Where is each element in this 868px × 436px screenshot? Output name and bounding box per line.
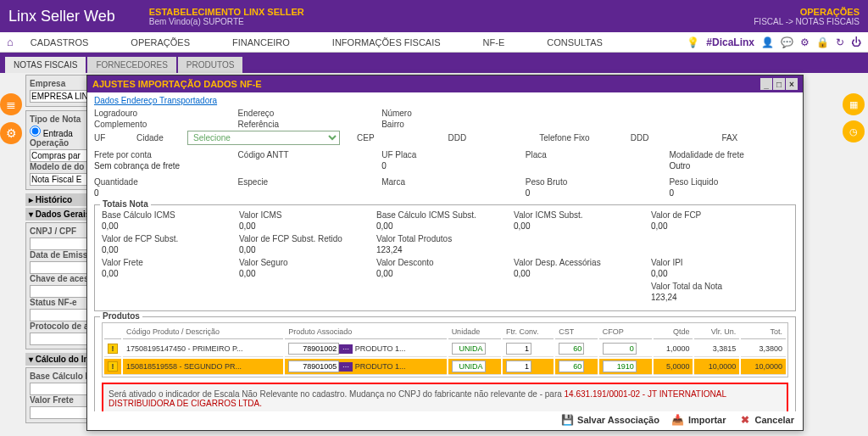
cst-input[interactable] (559, 361, 584, 372)
list-icon[interactable]: ≣ (0, 93, 22, 115)
gallery-icon[interactable]: ▦ (843, 93, 865, 115)
header-right: OPERAÇÕES FISCAL -> NOTAS FISCAIS (754, 7, 860, 26)
assoc-input[interactable] (288, 343, 339, 355)
valor-seguro-val: 0,00 (239, 269, 376, 278)
uf-label: UF (94, 133, 120, 143)
lookup-button[interactable]: ⋯ (339, 362, 353, 372)
power-icon[interactable]: ⏻ (851, 36, 861, 48)
tab-notas-fiscais[interactable]: NOTAS FISCAIS (5, 57, 86, 73)
ftr-input[interactable] (506, 361, 531, 372)
close-button[interactable]: × (786, 78, 798, 90)
cancelar-button[interactable]: ✖Cancelar (738, 413, 794, 427)
importar-button[interactable]: 📥Importar (671, 413, 726, 427)
entrada-radio[interactable]: Entrada (30, 129, 73, 138)
menu-financeiro[interactable]: FINANCEIRO (232, 37, 290, 48)
maximize-button[interactable]: □ (773, 78, 785, 90)
gear-icon[interactable]: ⚙ (0, 122, 22, 144)
right-toolbar: ▦ ◷ (843, 93, 865, 143)
qtd-hdr: Quantidade (94, 177, 221, 187)
menu-operacoes[interactable]: OPERAÇÕES (131, 37, 190, 48)
frete-val: Sem cobrança de frete (94, 161, 221, 170)
lock-icon[interactable]: 🔒 (816, 36, 829, 48)
qtd-val: 0 (94, 188, 221, 198)
placa-hdr: Placa (526, 150, 653, 159)
ddd-label: DDD (448, 133, 523, 143)
lightbulb-icon[interactable]: 💡 (687, 36, 699, 48)
valor-desconto-val: 0,00 (376, 269, 514, 278)
valor-frete-val: 0,00 (102, 269, 239, 278)
cell-desc: 150818519558 - SEGUNDO PR... (123, 359, 283, 375)
antt-hdr: Código ANTT (238, 150, 365, 159)
cep-label: CEP (357, 133, 431, 143)
cidade-label: Cidade (136, 133, 170, 143)
valor-seguro-lbl: Valor Seguro (239, 258, 376, 267)
menu-cadastros[interactable]: CADASTROS (31, 37, 88, 48)
clock-icon[interactable]: ◷ (843, 120, 865, 143)
un-input[interactable] (452, 361, 486, 372)
base-icms-subst-lbl: Base Cálculo ICMS Subst. (376, 210, 514, 220)
dialog-ajustes-importacao: AJUSTES IMPORTAÇÃO DADOS NF-E _ □ × Dado… (86, 75, 804, 431)
col-desc: Código Produto / Descrição (123, 325, 283, 339)
col-cfop: CFOP (599, 325, 652, 339)
total-nota-val: 123,24 (651, 293, 788, 302)
assoc-text: PRODUTO 1... (355, 362, 406, 371)
valor-fcp-lbl: Valor de FCP (651, 210, 788, 220)
pesobruto-hdr: Peso Bruto (526, 177, 653, 187)
valor-desp-lbl: Valor Desp. Acessórias (514, 258, 651, 267)
referencia-label: Referência (238, 120, 365, 129)
produtos-table: Código Produto / Descrição Produto Assoc… (102, 322, 788, 377)
fcp-subst-ret-lbl: Valor de FCP Subst. Retido (239, 234, 376, 243)
menu-info-fiscais[interactable]: INFORMAÇÕES FISCAIS (332, 37, 441, 48)
modalidade-hdr: Modalidade de frete (669, 150, 796, 159)
salvar-associacao-button[interactable]: 💾Salvar Associação (560, 413, 659, 427)
table-row[interactable]: !150818519558 - SEGUNDO PR...⋯ PRODUTO 1… (104, 359, 786, 375)
bairro-label: Bairro (381, 120, 509, 129)
un-input[interactable] (452, 343, 486, 355)
establishment: ESTABELECIMENTO LINX SELLER Bem Vindo(a)… (149, 7, 304, 26)
ftr-input[interactable] (506, 343, 531, 355)
tab-produtos[interactable]: PRODUTOS (178, 57, 243, 73)
menu-nfe[interactable]: NF-E (483, 37, 505, 48)
cfop-input[interactable] (603, 361, 637, 372)
cfop-input[interactable] (603, 343, 637, 355)
modalidade-val: Outro (669, 161, 796, 170)
base-icms-lbl: Base Cálculo ICMS (102, 210, 239, 220)
valor-fcp-val: 0,00 (651, 221, 788, 231)
minimize-button[interactable]: _ (760, 78, 772, 90)
cidade-select[interactable]: Selecione (187, 131, 340, 145)
cst-input[interactable] (559, 343, 584, 355)
telefone-label: Telefone Fixo (539, 133, 614, 143)
left-toolbar: ≣ ⚙ (0, 93, 22, 144)
col-qtde: Qtde (654, 325, 693, 339)
dialog-title-bar: AJUSTES IMPORTAÇÃO DADOS NF-E _ □ × (87, 75, 803, 92)
menu-consultas[interactable]: CONSULTAS (547, 37, 603, 48)
tab-fornecedores[interactable]: FORNECEDORES (87, 57, 175, 73)
dados-endereco-transportadora-link[interactable]: Dados Endereço Transportadora (94, 96, 796, 105)
marca-val (381, 188, 509, 198)
cell-vun: 10,0000 (694, 359, 739, 375)
gear-icon[interactable]: ⚙ (800, 36, 810, 48)
assoc-input[interactable] (288, 361, 339, 372)
total-prod-lbl: Valor Total Produtos (376, 234, 514, 243)
refresh-icon[interactable]: ↻ (836, 36, 844, 48)
base-icms-val: 0,00 (102, 221, 239, 231)
total-nota-lbl: Valor Total da Nota (651, 282, 788, 291)
marca-hdr: Marca (381, 177, 509, 187)
save-icon: 💾 (560, 413, 574, 427)
dicalinx[interactable]: #DicaLinx (706, 36, 754, 48)
user-icon[interactable]: 👤 (761, 36, 774, 48)
chat-icon[interactable]: 💬 (781, 36, 793, 48)
totais-nota-fieldset: Totais Nota Base Cálculo ICMS Valor ICMS… (94, 204, 796, 311)
pesobruto-val: 0 (526, 188, 653, 198)
table-row[interactable]: !17508195147450 - PRIMEIRO P...⋯ PRODUTO… (104, 341, 786, 357)
pesoliq-hdr: Peso Liquido (669, 177, 796, 187)
valor-icms-lbl: Valor ICMS (239, 210, 376, 220)
valor-frete-lbl: Valor Frete (102, 258, 239, 267)
ddd2-label: DDD (631, 133, 705, 143)
col-un: Unidade (448, 325, 501, 339)
lookup-button[interactable]: ⋯ (339, 344, 353, 354)
home-icon[interactable]: ⌂ (7, 36, 14, 48)
cell-tot: 3,3800 (741, 341, 786, 357)
frete-hdr: Frete por conta (94, 150, 221, 159)
col-cst: CST (555, 325, 597, 339)
